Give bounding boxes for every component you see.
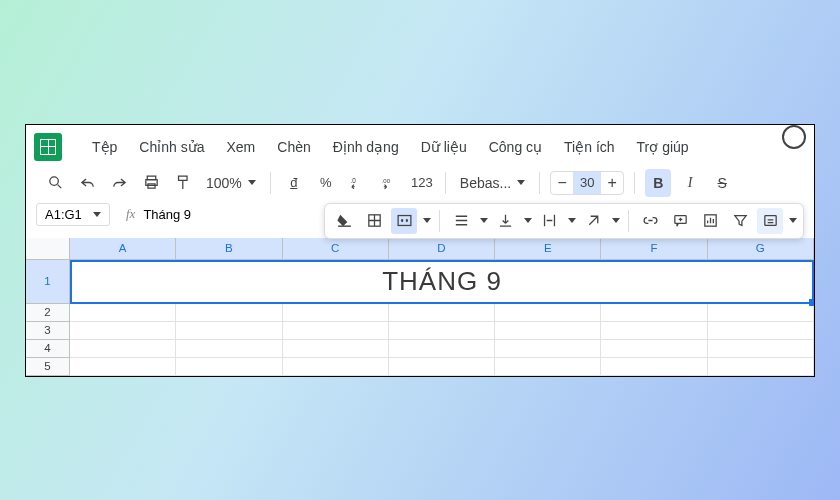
link-icon[interactable] [637, 208, 663, 234]
formula-bar-input[interactable]: Tháng 9 [143, 207, 191, 222]
cell[interactable] [389, 304, 495, 322]
functions-icon[interactable] [757, 208, 783, 234]
comment-icon[interactable] [667, 208, 693, 234]
menu-data[interactable]: Dữ liệu [411, 135, 477, 159]
cell[interactable] [601, 358, 707, 376]
chart-icon[interactable] [697, 208, 723, 234]
chevron-down-icon[interactable] [480, 218, 488, 223]
italic-button[interactable]: I [677, 169, 703, 197]
text-wrap-icon[interactable] [536, 208, 562, 234]
chevron-down-icon [517, 180, 525, 185]
cell[interactable] [389, 340, 495, 358]
font-size-input[interactable]: 30 [573, 172, 601, 194]
percent-button[interactable]: % [313, 169, 339, 197]
cell[interactable] [601, 322, 707, 340]
select-all-corner[interactable] [26, 238, 70, 260]
font-name: Bebas... [460, 175, 511, 191]
column-header[interactable]: B [176, 238, 282, 260]
cell[interactable] [176, 304, 282, 322]
chevron-down-icon[interactable] [423, 218, 431, 223]
menu-help[interactable]: Trợ giúp [627, 135, 699, 159]
font-dropdown[interactable]: Bebas... [456, 175, 529, 191]
cell[interactable] [601, 304, 707, 322]
column-header[interactable]: F [601, 238, 707, 260]
column-header[interactable]: D [389, 238, 495, 260]
zoom-dropdown[interactable]: 100% [202, 175, 260, 191]
sheets-logo-icon[interactable] [34, 133, 62, 161]
cell[interactable] [708, 340, 814, 358]
activity-clock-icon[interactable] [782, 125, 806, 149]
cell[interactable] [495, 304, 601, 322]
increase-font-button[interactable]: + [601, 172, 623, 194]
cell[interactable] [389, 358, 495, 376]
chevron-down-icon[interactable] [612, 218, 620, 223]
row-header[interactable]: 4 [26, 340, 70, 358]
chevron-down-icon [248, 180, 256, 185]
fill-color-icon[interactable] [331, 208, 357, 234]
font-size-stepper: − 30 + [550, 171, 624, 195]
undo-icon[interactable] [74, 169, 100, 197]
name-box[interactable]: A1:G1 [36, 203, 110, 226]
cell[interactable] [70, 340, 176, 358]
column-header[interactable]: A [70, 238, 176, 260]
row-header[interactable]: 2 [26, 304, 70, 322]
increase-decimal-icon[interactable]: .00 [377, 169, 403, 197]
column-header[interactable]: C [283, 238, 389, 260]
cell[interactable] [389, 322, 495, 340]
number-format-button[interactable]: 123 [409, 169, 435, 197]
borders-icon[interactable] [361, 208, 387, 234]
svg-rect-3 [147, 184, 154, 188]
cell[interactable] [495, 340, 601, 358]
menu-file[interactable]: Tệp [82, 135, 127, 159]
decrease-font-button[interactable]: − [551, 172, 573, 194]
column-header[interactable]: G [708, 238, 814, 260]
cell[interactable] [601, 340, 707, 358]
strikethrough-button[interactable]: S [709, 169, 735, 197]
cell[interactable] [283, 340, 389, 358]
cell[interactable] [176, 322, 282, 340]
horizontal-align-icon[interactable] [448, 208, 474, 234]
menu-insert[interactable]: Chèn [267, 135, 320, 159]
merged-cell-a1-g1[interactable]: THÁNG 9 [70, 260, 814, 304]
cell[interactable] [176, 358, 282, 376]
menu-extensions[interactable]: Tiện ích [554, 135, 625, 159]
chevron-down-icon[interactable] [568, 218, 576, 223]
svg-rect-4 [178, 176, 187, 180]
row-header[interactable]: 5 [26, 358, 70, 376]
app-window: Tệp Chỉnh sửa Xem Chèn Định dạng Dữ liệu… [25, 124, 815, 377]
row-header[interactable]: 1 [26, 260, 70, 304]
cell[interactable] [708, 322, 814, 340]
cell[interactable] [708, 358, 814, 376]
vertical-align-icon[interactable] [492, 208, 518, 234]
cell[interactable] [495, 322, 601, 340]
row-header[interactable]: 3 [26, 322, 70, 340]
paint-format-icon[interactable] [170, 169, 196, 197]
cell[interactable] [70, 322, 176, 340]
cell[interactable] [495, 358, 601, 376]
filter-icon[interactable] [727, 208, 753, 234]
menu-format[interactable]: Định dạng [323, 135, 409, 159]
cell[interactable] [708, 304, 814, 322]
text-rotation-icon[interactable] [580, 208, 606, 234]
zoom-value: 100% [206, 175, 242, 191]
cell[interactable] [283, 322, 389, 340]
search-icon[interactable] [42, 169, 68, 197]
cell[interactable] [70, 358, 176, 376]
cell[interactable] [176, 340, 282, 358]
bold-button[interactable]: B [645, 169, 671, 197]
chevron-down-icon[interactable] [524, 218, 532, 223]
decrease-decimal-icon[interactable]: .0 [345, 169, 371, 197]
cell[interactable] [283, 358, 389, 376]
chevron-down-icon[interactable] [789, 218, 797, 223]
column-header[interactable]: E [495, 238, 601, 260]
menu-tools[interactable]: Công cụ [479, 135, 552, 159]
redo-icon[interactable] [106, 169, 132, 197]
merge-cells-icon[interactable] [391, 208, 417, 234]
cell[interactable] [283, 304, 389, 322]
print-icon[interactable] [138, 169, 164, 197]
menu-view[interactable]: Xem [217, 135, 266, 159]
menu-edit[interactable]: Chỉnh sửa [129, 135, 214, 159]
menubar: Tệp Chỉnh sửa Xem Chèn Định dạng Dữ liệu… [26, 125, 814, 165]
currency-button[interactable]: đ [281, 169, 307, 197]
cell[interactable] [70, 304, 176, 322]
